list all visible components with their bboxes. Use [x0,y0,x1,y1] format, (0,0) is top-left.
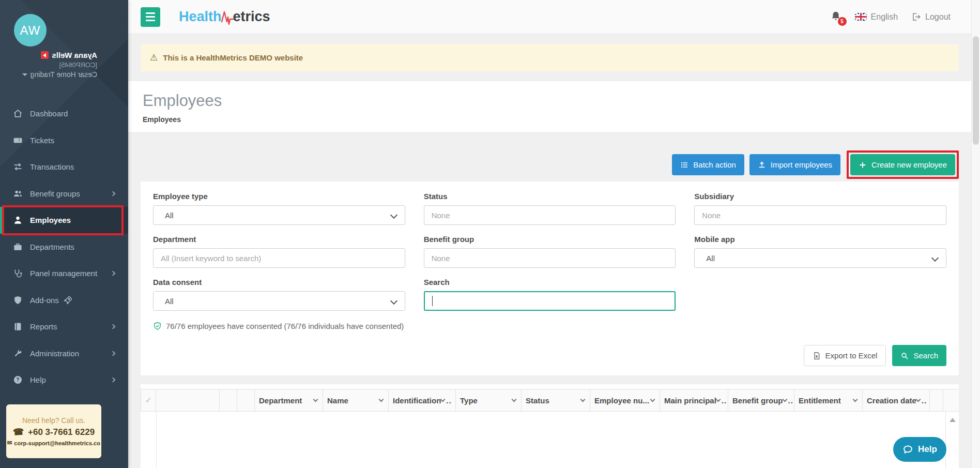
sidebar-item-employees[interactable]: Employees [0,207,128,234]
column-header-label: Status [526,396,549,405]
notifications-button[interactable]: 5 [830,10,841,24]
filter-mobile-app: Mobile app All [694,235,946,268]
scroll-up-icon[interactable] [950,418,956,422]
chevron-down-icon[interactable] [580,397,586,402]
app-root: AW Ayana Wells [CORP0645] Cesar Home Tra… [0,0,980,468]
subsidiary-input[interactable]: None [694,205,946,225]
phone-icon: ☎ [12,426,24,437]
column-header-label: Entitlement [799,396,841,405]
users-icon [12,188,23,199]
search-input[interactable] [424,291,676,311]
svg-text:?: ? [16,377,19,383]
sidebar-item-help[interactable]: ?Help [0,367,128,394]
sidebar-item-administration[interactable]: Administration [0,340,128,367]
import-employees-button[interactable]: Import employees [749,154,840,175]
benefit-group-input[interactable]: None [424,248,676,268]
transfer-icon [12,162,23,172]
filter-benefit-group: Benefit group None [424,235,676,268]
sidebar-item-benefit-groups[interactable]: Benefit groups [0,180,128,207]
batch-action-label: Batch action [693,160,736,169]
column-header-department[interactable]: Department [255,389,323,411]
benefit-group-label: Benefit group [424,235,676,244]
blank-column [220,389,237,411]
create-new-employee-label: Create new employee [871,160,947,169]
column-header-label: Identification [393,396,441,405]
check-icon: ✓ [145,396,152,405]
chevron-down-icon[interactable] [650,397,655,402]
column-header-benefit-group[interactable]: Benefit group.. [728,389,794,411]
mobile-app-label: Mobile app [694,235,946,244]
help-box-phone[interactable]: ☎ +60 3-7661 6229 [13,427,95,437]
help-floating-button[interactable]: Help [893,437,946,462]
sidebar-item-transactions[interactable]: Transactions [0,154,128,180]
sidebar-item-departments[interactable]: Departments [0,234,128,261]
content: Batch action Import employees Create new… [128,154,971,468]
batch-action-button[interactable]: Batch action [672,154,744,175]
sidebar-item-panel-management[interactable]: Panel management [0,260,128,287]
import-employees-label: Import employees [771,160,832,169]
department-label: Department [153,235,405,244]
scrollbar-thumb[interactable] [973,36,979,145]
chevron-down-icon[interactable] [313,397,318,402]
table-body [141,412,959,468]
column-header-creation-date[interactable]: Creation date.. [863,389,930,411]
page-scrollbar[interactable] [971,0,980,468]
column-header-label: Main principal [664,396,716,405]
company-switcher[interactable]: Cesar Home Trading [4,70,97,79]
title-band: Employees Employees [128,81,971,132]
status-input[interactable]: None [424,205,676,225]
sidebar-item-add-ons[interactable]: Add-ons [0,287,128,314]
chevron-down-icon[interactable] [512,397,517,402]
language-selector[interactable]: English [855,12,898,22]
select-all-column[interactable]: ✓ [141,389,156,411]
department-input[interactable]: All (Insert keyword to search) [153,248,405,268]
menu-toggle-button[interactable] [141,7,160,27]
logo-text-metrics: etrics [233,9,270,25]
upload-icon [758,161,766,169]
sidebar-item-label: Administration [30,349,79,358]
mobile-app-select[interactable]: All [694,248,946,268]
data-consent-select[interactable]: All [153,291,405,311]
filter-department: Department All (Insert keyword to search… [153,235,405,268]
language-label: English [871,12,898,22]
video-play-icon[interactable] [41,51,49,59]
blank-column [156,389,220,411]
column-header-identification[interactable]: Identification.. [389,389,456,411]
export-to-excel-button[interactable]: Export to Excel [804,345,886,366]
column-header-main-principal[interactable]: Main principal.. [660,389,728,411]
column-header-employee-nu-[interactable]: Employee nu... [590,389,660,411]
column-header-entitlement[interactable]: Entitlement [794,389,863,411]
column-header-name[interactable]: Name [323,389,389,411]
sidebar-item-tickets[interactable]: Tickets [0,127,128,154]
home-icon [12,109,23,119]
help-box-email[interactable]: ✉ corp-support@healthmetrics.co [7,440,100,446]
create-new-employee-button[interactable]: Create new employee [850,154,955,175]
sidebar-item-label: Reports [30,322,57,331]
user-profile[interactable]: Ayana Wells [CORP0645] Cesar Home Tradin… [4,51,97,79]
column-header-label: Name [327,396,348,405]
header-scroll-lane[interactable] [930,389,943,411]
chevron-down-icon[interactable] [715,397,721,402]
text-cursor [432,296,433,306]
column-header-status[interactable]: Status [522,389,590,411]
employee-type-select[interactable]: All [153,205,405,225]
chevron-right-icon [111,378,116,383]
chevron-down-icon[interactable] [782,397,787,402]
chevron-down-icon[interactable] [915,397,921,402]
sidebar-menu: DashboardTicketsTransactionsBenefit grou… [0,100,128,394]
table-scrollbar[interactable] [945,412,959,468]
notification-badge: 5 [838,17,847,26]
chevron-down-icon[interactable] [440,397,446,402]
column-header-type[interactable]: Type [456,389,522,411]
heartbeat-m-icon [221,9,234,25]
healthmetrics-logo[interactable]: Health etrics [179,9,270,25]
chevron-down-icon[interactable] [379,397,384,402]
sidebar-item-dashboard[interactable]: Dashboard [0,100,128,127]
logout-button[interactable]: Logout [911,12,951,22]
avatar[interactable]: AW [14,14,47,47]
envelope-icon: ✉ [7,440,12,446]
chevron-down-icon[interactable] [853,397,858,402]
sidebar-item-reports[interactable]: Reports [0,313,128,340]
search-button[interactable]: Search [892,345,946,366]
shield-icon [12,295,23,305]
